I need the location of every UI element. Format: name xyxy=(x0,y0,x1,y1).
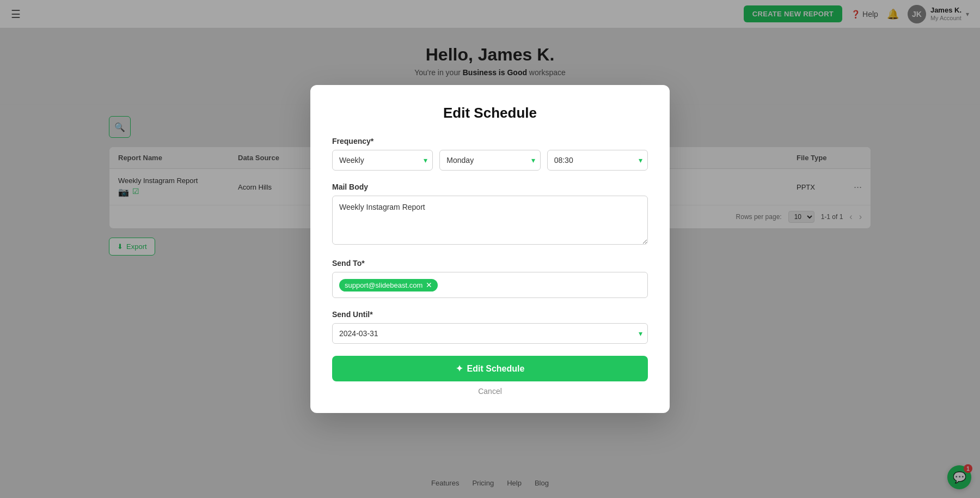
send-until-input[interactable] xyxy=(332,323,648,344)
edit-schedule-label: Edit Schedule xyxy=(467,364,525,374)
day-select-wrapper: Monday Tuesday Wednesday Thursday Friday… xyxy=(439,150,540,171)
send-to-box[interactable]: support@slidebeast.com ✕ xyxy=(332,272,648,298)
email-tag-value: support@slidebeast.com xyxy=(345,281,422,289)
frequency-group: Frequency* Weekly Daily Monthly ▾ Monday… xyxy=(332,137,648,171)
lightning-icon: ✦ xyxy=(456,363,463,374)
mail-body-textarea[interactable]: Weekly Instagram Report xyxy=(332,196,648,245)
send-to-label: Send To* xyxy=(332,259,648,268)
modal-title: Edit Schedule xyxy=(332,105,648,122)
time-select-wrapper: 08:30 08:00 09:00 09:30 10:00 ▾ xyxy=(547,150,648,171)
edit-schedule-button[interactable]: ✦ Edit Schedule xyxy=(332,356,648,381)
frequency-select-wrapper: Weekly Daily Monthly ▾ xyxy=(332,150,433,171)
mail-body-group: Mail Body Weekly Instagram Report xyxy=(332,183,648,247)
frequency-label: Frequency* xyxy=(332,137,648,145)
time-select[interactable]: 08:30 08:00 09:00 09:30 10:00 xyxy=(547,150,648,171)
email-tag-remove-button[interactable]: ✕ xyxy=(426,281,432,289)
edit-schedule-modal: Edit Schedule Frequency* Weekly Daily Mo… xyxy=(310,85,670,413)
email-tag: support@slidebeast.com ✕ xyxy=(339,279,438,291)
send-until-wrapper: ▾ xyxy=(332,323,648,344)
send-until-label: Send Until* xyxy=(332,310,648,319)
send-to-group: Send To* support@slidebeast.com ✕ xyxy=(332,259,648,298)
frequency-row: Weekly Daily Monthly ▾ Monday Tuesday We… xyxy=(332,150,648,171)
modal-overlay: Edit Schedule Frequency* Weekly Daily Mo… xyxy=(0,0,980,498)
cancel-link[interactable]: Cancel xyxy=(332,387,648,396)
frequency-select[interactable]: Weekly Daily Monthly xyxy=(332,150,433,171)
mail-body-label: Mail Body xyxy=(332,183,648,191)
day-select[interactable]: Monday Tuesday Wednesday Thursday Friday… xyxy=(439,150,540,171)
send-until-group: Send Until* ▾ xyxy=(332,310,648,344)
